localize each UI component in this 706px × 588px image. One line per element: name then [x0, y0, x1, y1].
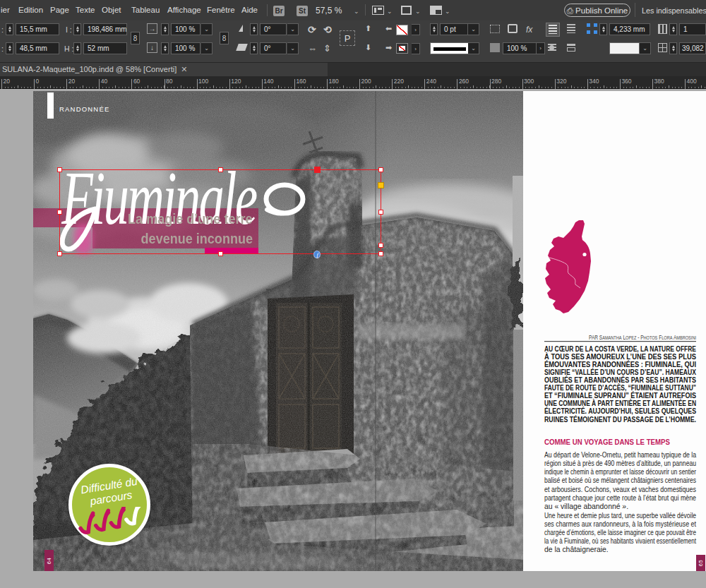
- svg-text:balisé et boisé où se mélangen: balisé et boisé où se mélangent châtaign…: [544, 476, 696, 484]
- svg-text:Au départ de Velone-Ornetu, pe: Au départ de Velone-Ornetu, petit hameau…: [544, 451, 696, 459]
- svg-text:et arbousiers. Cochons, veaux: et arbousiers. Cochons, veaux et vaches …: [544, 486, 696, 493]
- svg-text:Une heure et demie plus tard,: Une heure et demie plus tard, une superb…: [544, 512, 696, 520]
- svg-text:région situé à près de 490 mèt: région situé à près de 490 mètres d’alti…: [544, 460, 696, 467]
- svg-text:PAR SAMANTHA LOPEZ - PHOTOS FL: PAR SAMANTHA LOPEZ - PHOTOS FLORA AMBROS…: [589, 335, 696, 341]
- svg-text:ses charmes aux randonneurs, à: ses charmes aux randonneurs, à la fois m…: [544, 520, 696, 528]
- svg-text:partagent chaque jour cette ro: partagent chaque jour cette route à l’ét…: [544, 494, 696, 502]
- svg-text:au « village abandonné ».: au « village abandonné ».: [544, 503, 628, 510]
- svg-text:chargée d’émotions, elle laiss: chargée d’émotions, elle laisse imaginer…: [544, 529, 696, 536]
- svg-text:de la châtaigneraie.: de la châtaigneraie.: [544, 546, 609, 553]
- svg-text:la vie à Fiuminale, où ses hab: la vie à Fiuminale, où ses habitants viv…: [544, 537, 696, 545]
- svg-text:indique le chemin à emprunter: indique le chemin à emprunter et laisse …: [544, 468, 696, 476]
- svg-text:COMME UN VOYAGE DANS LE TEMPS: COMME UN VOYAGE DANS LE TEMPS: [544, 437, 670, 446]
- svg-text:RUINES TÉMOIGNENT DU PASSAGE D: RUINES TÉMOIGNENT DU PASSAGE DE L’HOMME.: [544, 415, 696, 424]
